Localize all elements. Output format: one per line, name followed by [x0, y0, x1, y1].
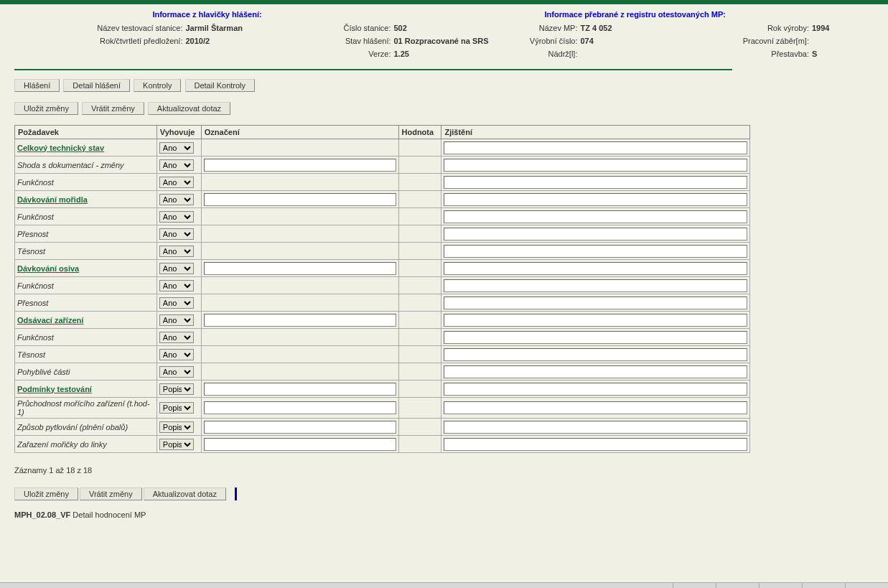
sub-label: Způsob pytlování (plnění obalů)	[17, 423, 128, 431]
zjisteni-input[interactable]	[444, 438, 747, 451]
vyhovuje-select[interactable]: Ano	[159, 349, 194, 360]
oznaceni-input[interactable]	[204, 193, 396, 206]
vyhovuje-select[interactable]: Popis	[159, 421, 194, 433]
ulozit-zmeny-button-bottom[interactable]: Uložit změny	[14, 487, 78, 500]
zjisteni-input[interactable]	[444, 421, 747, 434]
oznaceni-input[interactable]	[204, 421, 396, 434]
header-row: Rok/čtvrtletí předložení:2010/2	[85, 34, 330, 47]
vratit-zmeny-button-bottom[interactable]: Vrátit změny	[80, 487, 142, 500]
table-row: TěsnostAno	[15, 243, 750, 260]
sub-label: Průchodnost mořícího zařízení (t.hod-1)	[17, 399, 150, 416]
vyhovuje-select[interactable]: Popis	[159, 439, 194, 450]
header-label: Rok/čtvrtletí předložení:	[85, 34, 186, 47]
oznaceni-input[interactable]	[204, 314, 396, 327]
table-row: FunkčnostAno	[15, 329, 750, 346]
oznaceni-input[interactable]	[204, 262, 396, 275]
action-row-bottom: Uložit změny Vrátit změny Aktualizovat d…	[14, 487, 874, 500]
aktualizovat-dotaz-button-bottom[interactable]: Aktualizovat dotaz	[144, 487, 226, 500]
header-value: 074	[581, 34, 594, 47]
tab-kontroly[interactable]: Kontroly	[134, 79, 181, 92]
header-label: Rok výroby:	[726, 22, 812, 34]
section-label[interactable]: Podmínky testování	[17, 385, 92, 393]
oznaceni-input[interactable]	[204, 401, 396, 414]
table-row: Pohyblivé částiAno	[15, 363, 750, 381]
oznaceni-input[interactable]	[204, 383, 396, 396]
table-row: PřesnostAno	[15, 294, 750, 312]
zjisteni-input[interactable]	[444, 314, 747, 327]
hodnota-cell	[398, 398, 441, 419]
hodnota-cell	[398, 260, 441, 277]
oznaceni-input[interactable]	[204, 159, 396, 172]
section-label[interactable]: Celkový technický stav	[17, 144, 104, 152]
footer-code-text: Detail hodnocení MP	[73, 510, 146, 519]
oznaceni-input[interactable]	[204, 438, 396, 451]
zjisteni-input[interactable]	[444, 279, 747, 292]
vyhovuje-select[interactable]: Ano	[159, 332, 194, 343]
zjisteni-input[interactable]	[444, 297, 747, 309]
sub-label: Funkčnost	[17, 213, 54, 221]
tab-hlaseni[interactable]: Hlášení	[14, 79, 60, 92]
vyhovuje-select[interactable]: Ano	[159, 211, 194, 223]
section-label[interactable]: Odsávací zařízení	[17, 316, 83, 325]
table-row: Zařazení mořičky do linkyPopis	[15, 436, 750, 453]
vyhovuje-select[interactable]: Popis	[159, 383, 194, 395]
vyhovuje-select[interactable]: Ano	[159, 246, 194, 257]
vyhovuje-select[interactable]: Ano	[159, 159, 194, 171]
vyhovuje-select[interactable]: Ano	[159, 177, 194, 188]
hodnota-cell	[398, 436, 441, 453]
header-label: Nádrž[l]:	[516, 47, 581, 60]
sub-label: Funkčnost	[17, 281, 54, 290]
header-label: Název testovací stanice:	[85, 22, 186, 34]
vyhovuje-select[interactable]: Popis	[159, 402, 194, 414]
table-row: Odsávací zařízeníAno	[15, 312, 750, 329]
table-row: Způsob pytlování (plnění obalů)Popis	[15, 419, 750, 436]
header-label: Číslo stanice:	[330, 22, 394, 34]
vyhovuje-select[interactable]: Ano	[159, 142, 194, 154]
vratit-zmeny-button-top[interactable]: Vrátit změny	[82, 102, 144, 115]
header-row: Nádrž[l]:	[516, 47, 726, 60]
vyhovuje-select[interactable]: Ano	[159, 297, 194, 309]
tab-detail-kontroly[interactable]: Detail Kontroly	[185, 79, 256, 92]
zjisteni-input[interactable]	[444, 176, 747, 189]
vyhovuje-select[interactable]: Ano	[159, 314, 194, 326]
zjisteni-input[interactable]	[444, 210, 747, 223]
cursor-indicator	[235, 487, 237, 500]
ulozit-zmeny-button-top[interactable]: Uložit změny	[14, 102, 78, 115]
header-area: Informace z hlavičky hlášení: Název test…	[0, 4, 888, 66]
header-row: Číslo stanice:502	[330, 22, 516, 34]
zjisteni-input[interactable]	[444, 245, 747, 258]
vyhovuje-select[interactable]: Ano	[159, 263, 194, 274]
header-value: 01 Rozpracované na SRS	[394, 34, 489, 47]
sub-label: Funkčnost	[17, 333, 54, 342]
col-header-hodnota: Hodnota	[398, 126, 441, 139]
vyhovuje-select[interactable]: Ano	[159, 280, 194, 291]
zjisteni-input[interactable]	[444, 228, 747, 241]
hodnota-cell	[398, 329, 441, 346]
section-label[interactable]: Dávkování osiva	[17, 264, 79, 273]
hodnota-cell	[398, 312, 441, 329]
header-value: S	[812, 47, 817, 60]
zjisteni-input[interactable]	[444, 331, 747, 344]
vyhovuje-select[interactable]: Ano	[159, 228, 194, 240]
zjisteni-input[interactable]	[444, 383, 747, 396]
vyhovuje-select[interactable]: Ano	[159, 366, 194, 378]
vyhovuje-select[interactable]: Ano	[159, 194, 194, 205]
zjisteni-input[interactable]	[444, 262, 747, 275]
header-value: 502	[394, 22, 407, 34]
sub-label: Funkčnost	[17, 178, 54, 187]
header-row: Přestavba:S	[726, 47, 869, 60]
hodnota-cell	[398, 419, 441, 436]
zjisteni-input[interactable]	[444, 193, 747, 206]
hodnota-cell	[398, 225, 441, 243]
zjisteni-input[interactable]	[444, 141, 747, 154]
section-label[interactable]: Dávkování mořidla	[17, 195, 88, 204]
tab-row: Hlášení Detail hlášení Kontroly Detail K…	[14, 79, 874, 92]
zjisteni-input[interactable]	[444, 365, 747, 378]
zjisteni-input[interactable]	[444, 401, 747, 414]
zjisteni-input[interactable]	[444, 159, 747, 172]
aktualizovat-dotaz-button-top[interactable]: Aktualizovat dotaz	[148, 102, 230, 115]
zjisteni-input[interactable]	[444, 348, 747, 361]
table-row: TěsnostAno	[15, 346, 750, 363]
tab-detail-hlaseni[interactable]: Detail hlášení	[63, 79, 130, 92]
sub-label: Zařazení mořičky do linky	[17, 440, 107, 449]
